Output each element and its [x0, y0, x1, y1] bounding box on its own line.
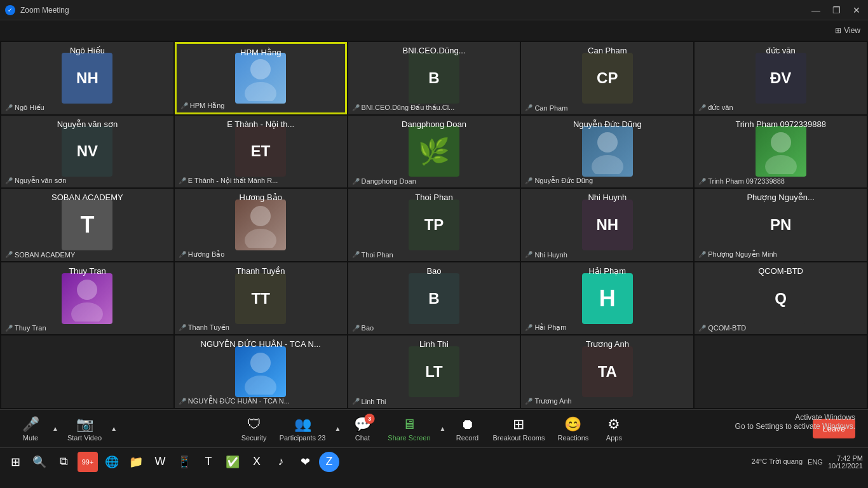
participant-avatar: PN [756, 200, 806, 250]
participant-tile[interactable]: Hải PhạmH🎤Hải Phạm [521, 262, 693, 335]
taskbar-icon-excel[interactable]: X [247, 452, 267, 472]
start-video-label: Start Video [67, 434, 102, 442]
participant-tile[interactable]: BNI.CEO.Dũng...B🎤BNI.CEO.Dũng Đấu thầu.C… [348, 42, 520, 114]
participant-tile[interactable] [1, 336, 173, 408]
minimize-button[interactable]: — [810, 4, 822, 17]
taskbar-icon-teams[interactable]: T [198, 452, 219, 472]
close-button[interactable]: ✕ [850, 4, 863, 17]
participant-tile[interactable]: Phượng Nguyễn...PN🎤Phượng Nguyễn Minh [695, 189, 867, 261]
participant-label: 🎤Thanh Tuyền [179, 323, 229, 332]
participant-label: 🎤Ngô Hiếu [5, 104, 44, 112]
participant-name-top: QCOM-BTD [758, 266, 803, 276]
participants-label: Participants 23 [280, 434, 326, 442]
reactions-label: Reactions [557, 434, 588, 442]
participant-tile[interactable]: Thoi PhanTP🎤Thoi Phan [348, 189, 520, 261]
participant-name-top: đức văn [766, 46, 795, 55]
titlebar-controls: — ❐ ✕ [810, 4, 863, 17]
participant-tile[interactable]: Dangphong Doan🌿🎤Dangphong Doan [348, 116, 520, 188]
apps-label: Apps [606, 434, 622, 442]
window-title: Zoom Meeting [20, 6, 69, 15]
share-screen-button[interactable]: 🖥 Share Screen [383, 414, 435, 444]
participant-label: 🎤SOBAN ACADEMY [5, 251, 75, 259]
participant-tile[interactable]: Thuy Tran 🎤Thuy Tran [1, 262, 173, 335]
record-button[interactable]: ⏺ Record [450, 414, 485, 444]
taskbar-icon-spotify[interactable]: ♪ [271, 452, 291, 472]
participant-tile[interactable]: QCOM-BTDQ🎤QCOM-BTD [695, 262, 867, 335]
view-button[interactable]: ⊞ View [835, 26, 860, 35]
participant-avatar: LT [409, 346, 459, 397]
participant-avatar: H [582, 273, 633, 324]
participant-label: 🎤NGUYỄN ĐỨC HUÂN - TCA N... [179, 397, 290, 405]
mute-button[interactable]: 🎤 Mute [13, 414, 48, 444]
taskbar-icon-99plus[interactable]: 99+ [78, 452, 98, 472]
participant-tile[interactable]: BaoB🎤Bao [348, 262, 520, 335]
taskbar-icon-zoom[interactable]: Z [319, 452, 339, 472]
participant-name-top: Hương Bảo [240, 193, 282, 202]
participant-avatar: T [62, 200, 112, 250]
svg-point-3 [592, 155, 623, 174]
taskbar-icon-app2[interactable]: ✅ [222, 452, 243, 472]
participant-tile[interactable]: Can PhamCP🎤Can Pham [521, 42, 693, 114]
participant-tile[interactable]: đức vănĐV🎤đức văn [695, 42, 867, 114]
participant-label: 🎤Trương Anh [525, 397, 571, 405]
breakout-rooms-button[interactable]: ⊞ Breakout Rooms [488, 414, 550, 444]
topbar: ⊞ View [0, 20, 868, 41]
share-screen-icon: 🖥 [402, 416, 416, 433]
participant-tile[interactable]: HPM Hằng 🎤HPM Hằng [175, 42, 347, 114]
participant-tile[interactable]: Ngô HiếuNH🎤Ngô Hiếu [1, 42, 173, 114]
reactions-button[interactable]: 😊 Reactions [552, 414, 593, 444]
reactions-icon: 😊 [564, 416, 581, 433]
security-button[interactable]: 🛡 Security [236, 414, 272, 444]
participant-tile[interactable]: Trinh Pham 0972339888 🎤Trinh Pham 097233… [695, 116, 867, 188]
chat-badge: 3 [365, 414, 375, 424]
participant-label: 🎤Thoi Phan [352, 251, 393, 259]
participant-tile[interactable]: Trương AnhTA🎤Trương Anh [521, 336, 693, 408]
share-screen-arrow[interactable]: ▲ [438, 425, 447, 432]
video-arrow[interactable]: ▲ [109, 425, 118, 432]
participants-arrow[interactable]: ▲ [333, 425, 342, 432]
maximize-button[interactable]: ❐ [830, 4, 843, 17]
mute-icon: 🎤 [179, 251, 186, 258]
participant-tile[interactable] [695, 336, 867, 408]
search-button[interactable]: 🔍 [29, 452, 50, 472]
chat-button[interactable]: 💬 3 Chat [344, 414, 380, 444]
start-button[interactable]: ⊞ [5, 452, 25, 472]
participant-tile[interactable]: E Thành - Nội th...ET🎤E Thành - Nội thất… [175, 116, 347, 188]
zoom-shield-icon: ✓ [5, 5, 15, 15]
mute-icon: 🎤 [179, 398, 186, 405]
participants-button[interactable]: 👥 Participants 23 [275, 414, 331, 444]
mute-icon: 🎤 [698, 104, 706, 111]
taskbar-icon-word[interactable]: W [150, 452, 170, 472]
breakout-icon: ⊞ [513, 416, 524, 433]
task-view-button[interactable]: ⧉ [53, 452, 74, 472]
mute-icon: 🎤 [525, 324, 532, 331]
participant-name-top: E Thành - Nội th... [227, 119, 294, 129]
participant-tile[interactable]: Linh ThiLT🎤Linh Thi [348, 336, 520, 408]
participant-tile[interactable]: Nguyễn Đức Dũng 🎤Nguyễn Đức Dũng [521, 116, 693, 188]
taskbar-icon-app3[interactable]: ❤ [295, 452, 315, 472]
participant-tile[interactable]: Hương Bảo 🎤Hương Bảo [175, 189, 347, 261]
participant-avatar: NH [582, 200, 633, 250]
mute-icon: 🎤 [698, 325, 706, 332]
mute-icon: 🎤 [525, 104, 532, 111]
breakout-label: Breakout Rooms [493, 434, 545, 442]
participant-tile[interactable]: SOBAN ACADEMYT🎤SOBAN ACADEMY [1, 189, 173, 261]
participant-name-top: Can Pham [588, 46, 627, 55]
start-video-button[interactable]: 📷 Start Video [62, 414, 107, 444]
leave-button[interactable]: Leave [813, 419, 855, 438]
mute-icon: 🎤 [698, 251, 706, 258]
participant-tile[interactable]: Nhi HuynhNH🎤Nhi Huynh [521, 189, 693, 261]
participant-tile[interactable]: Nguyễn văn sơnNV🎤Nguyễn văn sơn [1, 116, 173, 188]
mute-arrow[interactable]: ▲ [51, 425, 60, 432]
taskbar-icon-explorer[interactable]: 📁 [126, 452, 146, 472]
participant-label: 🎤Nhi Huynh [525, 251, 567, 259]
participant-tile[interactable]: NGUYỄN ĐỨC HUÂN - TCA N... 🎤NGUYỄN ĐỨC H… [175, 336, 347, 408]
apps-button[interactable]: ⚙ Apps [596, 414, 632, 444]
participant-tile[interactable]: Thanh TuyềnTT🎤Thanh Tuyền [175, 262, 347, 335]
taskbar-icon-app1[interactable]: 📱 [174, 452, 194, 472]
participant-label: 🎤Can Pham [525, 104, 567, 112]
taskbar-icon-edge[interactable]: 🌐 [102, 452, 122, 472]
participant-avatar [235, 200, 286, 250]
participant-avatar [235, 346, 286, 397]
record-label: Record [456, 434, 478, 442]
